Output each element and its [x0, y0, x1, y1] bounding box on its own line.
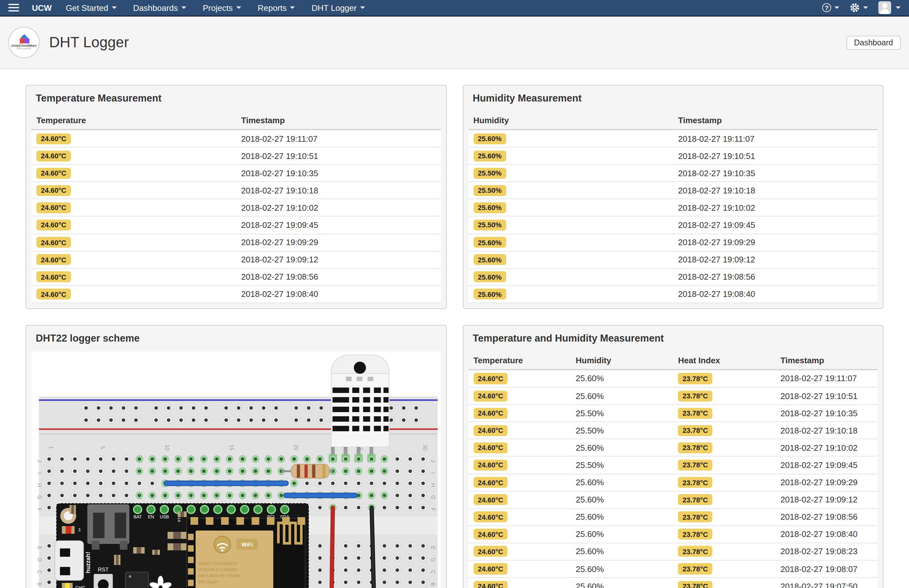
pin-pad-scl [268, 505, 275, 513]
heat-index-badge: 23.78°C [678, 408, 713, 418]
column-header: Timestamp [673, 112, 878, 129]
column-header: Humidity [468, 112, 673, 129]
table-row: 24.60°C2018-02-27 19:08:56 [31, 268, 441, 286]
heat-index-badge: 23.78°C [678, 546, 713, 557]
timestamp-value: 2018-02-27 19:09:12 [775, 491, 878, 508]
esp8266-module: WiFiMODEL ESP8266MODVENDOR AI-THINKERISM… [187, 517, 305, 588]
panel-dht22-scheme: DHT22 logger scheme 151015202530JJIIHHGG… [26, 325, 447, 588]
badge-cell: 24.60°C [468, 370, 571, 387]
settings-menu[interactable] [849, 3, 868, 13]
badge-cell: 23.78°C [673, 474, 776, 491]
badge-cell: 23.78°C [673, 577, 776, 588]
column-header: Temperature [31, 112, 236, 129]
badge-cell: 25.60% [468, 199, 673, 216]
timestamp-value: 2018-02-27 19:09:45 [775, 457, 878, 474]
badge-cell: 23.78°C [673, 560, 776, 577]
table-row: 24.60°C2018-02-27 19:10:35 [31, 165, 441, 182]
column-header: Timestamp [236, 112, 441, 129]
humidity-value: 25.50% [571, 404, 673, 422]
nav-item-projects[interactable]: Projects [203, 3, 241, 13]
heat-index-badge: 23.78°C [678, 581, 713, 588]
svg-text:30: 30 [422, 445, 428, 451]
timestamp-value: 2018-02-27 19:10:51 [775, 387, 878, 404]
table-row: 24.60°C25.60%23.78°C2018-02-27 19:07:50 [468, 577, 878, 588]
heat-index-badge: 23.78°C [678, 529, 713, 540]
table-row: 25.60%2018-02-27 19:10:51 [468, 147, 878, 165]
hamburger-menu-icon[interactable] [8, 4, 19, 11]
chevron-down-icon [834, 6, 840, 9]
badge-cell: 25.50% [468, 182, 673, 199]
timestamp-value: 2018-02-27 19:09:45 [673, 216, 878, 234]
badge-cell: 23.78°C [673, 526, 776, 543]
chevron-down-icon [896, 6, 901, 9]
svg-text:1: 1 [48, 446, 53, 449]
table-header-row: TemperatureTimestamp [31, 112, 441, 129]
svg-text:802.11b/g/n: 802.11b/g/n [198, 580, 218, 584]
svg-text:J: J [37, 460, 42, 462]
humidity-value: 25.60% [571, 577, 673, 588]
svg-text:C: C [430, 570, 436, 574]
temperature-badge: 24.60°C [36, 150, 71, 161]
table-row: 25.60%2018-02-27 19:11:07 [468, 129, 878, 147]
badge-cell: 24.60°C [468, 508, 571, 525]
badge-cell: 24.60°C [31, 251, 236, 268]
timestamp-value: 2018-02-27 19:09:29 [673, 234, 878, 251]
humidity-value: 25.60% [571, 560, 673, 577]
humidity-value: 25.50% [571, 422, 673, 439]
dashboard-button[interactable]: Dashboard [846, 36, 901, 50]
svg-text:WiFi: WiFi [242, 542, 253, 548]
timestamp-value: 2018-02-27 19:08:56 [775, 508, 878, 525]
temperature-badge: 24.60°C [473, 564, 508, 574]
table-row: 24.60°C25.60%23.78°C2018-02-27 19:11:07 [468, 370, 878, 387]
timestamp-value: 2018-02-27 19:10:18 [236, 182, 441, 199]
nav-item-get-started[interactable]: Get Started [66, 3, 116, 13]
badge-cell: 23.78°C [673, 439, 776, 457]
svg-text:I: I [430, 472, 436, 474]
feather-huzzah-board: BATENUSB141213150162SCLSDA54#0huzzah!RST… [55, 501, 309, 588]
badge-cell: 24.60°C [468, 457, 571, 474]
badge-cell: 24.60°C [31, 268, 236, 286]
table-row: 25.50%2018-02-27 19:10:18 [468, 182, 878, 199]
temperature-badge: 24.60°C [36, 202, 71, 213]
humidity-value: 25.60% [571, 370, 673, 387]
nav-item-dashboards[interactable]: Dashboards [133, 3, 186, 13]
humidity-badge: 25.60% [473, 237, 506, 248]
humidity-value: 25.60% [571, 508, 673, 525]
humidity-value: 25.60% [571, 491, 673, 508]
temperature-badge: 24.60°C [36, 220, 71, 231]
humidity-badge: 25.60% [473, 254, 506, 265]
temperature-badge: 24.60°C [36, 168, 71, 178]
power-wire-red [331, 507, 333, 588]
svg-text:D: D [37, 558, 42, 562]
badge-cell: 24.60°C [468, 577, 571, 588]
badge-cell: 24.60°C [31, 129, 236, 147]
temperature-badge: 24.60°C [473, 425, 508, 436]
humidity-badge: 25.60% [473, 133, 506, 144]
table-row: 24.60°C25.60%23.78°C2018-02-27 19:08:23 [468, 543, 878, 560]
timestamp-value: 2018-02-27 19:09:12 [673, 251, 878, 268]
timestamp-value: 2018-02-27 19:08:40 [673, 286, 878, 303]
humidity-badge: 25.50% [473, 185, 506, 196]
table-header-row: TemperatureHumidityHeat IndexTimestamp [468, 352, 878, 370]
badge-cell: 25.60% [468, 268, 673, 286]
humidity-value: 25.60% [571, 387, 673, 404]
timestamp-value: 2018-02-27 19:09:12 [236, 251, 441, 268]
brand-link[interactable]: UCW [32, 3, 52, 13]
svg-text:5: 5 [100, 446, 105, 449]
logo-cube-icon [19, 35, 28, 44]
timestamp-value: 2018-02-27 19:10:18 [673, 182, 878, 199]
timestamp-value: 2018-02-27 19:08:07 [775, 560, 878, 577]
nav-item-dht-logger[interactable]: DHT Logger [312, 3, 365, 13]
user-menu[interactable] [878, 1, 901, 14]
gear-icon [849, 3, 860, 13]
nav-item-reports[interactable]: Reports [258, 3, 295, 13]
help-menu[interactable]: ? [822, 3, 840, 12]
dht22-sensor [329, 355, 389, 462]
svg-text:C: C [37, 570, 42, 574]
badge-cell: 24.60°C [468, 422, 571, 439]
chevron-down-icon [181, 6, 186, 9]
table-row: 24.60°C2018-02-27 19:10:18 [31, 182, 441, 199]
badge-cell: 23.78°C [673, 457, 776, 474]
table-row: 24.60°C25.50%23.78°C2018-02-27 19:10:18 [468, 422, 878, 439]
svg-text:I: I [37, 472, 42, 474]
